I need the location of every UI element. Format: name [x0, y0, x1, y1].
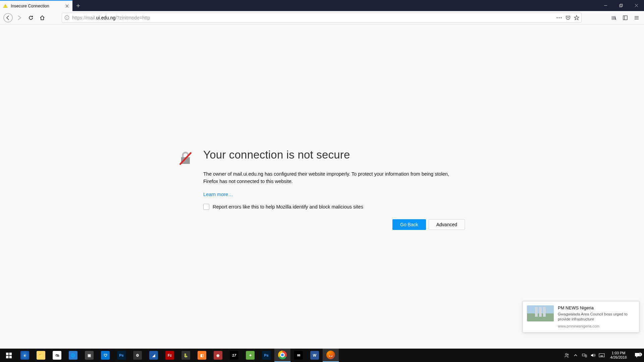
- svg-rect-7: [66, 16, 67, 17]
- url-path: /?zinitmode=http: [115, 15, 150, 20]
- taskbar-app-filezilla[interactable]: Fz: [162, 349, 178, 362]
- taskbar-app-mail[interactable]: ✉: [290, 349, 307, 362]
- tray-overflow-icon[interactable]: [572, 349, 580, 362]
- taskbar-app-firefox[interactable]: 🦊: [323, 349, 339, 362]
- urlbar-actions: [556, 15, 579, 20]
- site-info-icon[interactable]: [64, 15, 69, 20]
- reload-button[interactable]: [25, 12, 36, 23]
- notification-source: www.pmnewsnigeria.com: [558, 324, 635, 328]
- svg-rect-2: [620, 5, 622, 7]
- window-maximize-button[interactable]: [613, 0, 629, 11]
- tray-people-icon[interactable]: [563, 349, 571, 362]
- svg-rect-18: [9, 356, 12, 358]
- svg-rect-6: [66, 17, 67, 19]
- svg-rect-23: [599, 354, 604, 357]
- insecure-connection-panel: Your connection is not secure The owner …: [178, 148, 466, 230]
- report-errors-row: Report errors like this to help Mozilla …: [203, 204, 466, 210]
- learn-more-link[interactable]: Learn more…: [203, 192, 233, 197]
- taskbar-app-browser[interactable]: 🌐: [65, 349, 81, 362]
- notification-toast[interactable]: PM NEWS Nigeria Gwagwalada Area Council …: [523, 301, 639, 333]
- svg-rect-15: [6, 353, 9, 355]
- browser-tab-active[interactable]: Insecure Connection: [0, 0, 72, 11]
- start-button[interactable]: [1, 349, 17, 362]
- tray-keyboard-icon[interactable]: [598, 349, 606, 362]
- svg-point-19: [566, 354, 567, 355]
- sidebar-icon[interactable]: [621, 13, 630, 22]
- taskbar-app-wireshark[interactable]: ◢: [146, 349, 162, 362]
- taskbar-app-chrome[interactable]: [274, 349, 290, 362]
- report-errors-label: Report errors like this to help Mozilla …: [213, 204, 363, 209]
- taskbar-app-17[interactable]: 17: [226, 349, 242, 362]
- taskbar-app-word[interactable]: W: [307, 349, 323, 362]
- toolbar-right: [609, 13, 641, 22]
- forward-button[interactable]: [14, 12, 25, 23]
- svg-point-20: [567, 354, 569, 355]
- svg-point-9: [559, 17, 560, 18]
- tray-time: 1:03 PM: [612, 351, 626, 355]
- tray-date: 4/26/2018: [610, 355, 627, 360]
- notification-body: PM NEWS Nigeria Gwagwalada Area Council …: [558, 305, 635, 328]
- svg-rect-16: [9, 353, 12, 355]
- page-actions-icon[interactable]: [556, 15, 562, 20]
- tray-action-center-icon[interactable]: 1: [631, 352, 643, 358]
- warning-icon: [3, 3, 8, 9]
- svg-rect-21: [582, 354, 585, 356]
- library-icon[interactable]: [609, 13, 619, 22]
- svg-rect-11: [623, 16, 627, 20]
- taskbar-app-xampp[interactable]: ◧: [194, 349, 210, 362]
- taskbar-app-store[interactable]: 🛍: [49, 349, 65, 362]
- notification-thumbnail: [527, 305, 554, 321]
- tabstrip-spacer: [84, 0, 598, 11]
- notification-title: PM NEWS Nigeria: [558, 305, 635, 310]
- windows-taskbar: e 📁 🛍 🌐 ▣ 🛡 Ps ⚙ ◢ Fz 🐍 ◧ ◉ 17 ✦ Ps ✉ W …: [0, 349, 644, 362]
- svg-point-8: [557, 17, 558, 18]
- taskbar-app-generic2[interactable]: ✦: [242, 349, 258, 362]
- notification-description: Gwagwalada Area Council boss urged to pr…: [558, 312, 635, 322]
- browser-tabstrip: Insecure Connection: [0, 0, 644, 11]
- tray-notification-badge: 1: [638, 353, 642, 356]
- back-button[interactable]: [3, 12, 13, 23]
- error-button-row: Go Back Advanced: [203, 219, 465, 230]
- window-minimize-button[interactable]: [598, 0, 613, 11]
- error-description: The owner of mail.ui.edu.ng has configur…: [203, 171, 465, 185]
- svg-rect-3: [620, 4, 623, 6]
- svg-rect-1: [5, 7, 5, 7]
- advanced-button[interactable]: Advanced: [429, 219, 465, 230]
- tray-clock[interactable]: 1:03 PM 4/26/2018: [606, 351, 631, 360]
- window-close-button[interactable]: [629, 0, 644, 11]
- tab-close-icon[interactable]: [64, 3, 70, 9]
- taskbar-app-security[interactable]: 🛡: [97, 349, 113, 362]
- svg-point-4: [4, 13, 12, 22]
- pocket-icon[interactable]: [565, 15, 571, 20]
- tab-title: Insecure Connection: [11, 4, 62, 8]
- new-tab-button[interactable]: [72, 0, 84, 11]
- taskbar-app-services[interactable]: ⚙: [129, 349, 146, 362]
- svg-rect-17: [6, 356, 9, 358]
- url-proto: https://mail.: [72, 15, 96, 20]
- taskbar-apps: e 📁 🛍 🌐 ▣ 🛡 Ps ⚙ ◢ Fz 🐍 ◧ ◉ 17 ✦ Ps ✉ W …: [0, 349, 339, 362]
- taskbar-app-photoshop2[interactable]: Ps: [258, 349, 274, 362]
- taskbar-app-edge[interactable]: e: [17, 349, 33, 362]
- taskbar-app-explorer[interactable]: 📁: [33, 349, 49, 362]
- taskbar-app-obs[interactable]: ▣: [81, 349, 97, 362]
- error-body: Your connection is not secure The owner …: [203, 148, 466, 230]
- taskbar-app-python[interactable]: 🐍: [178, 349, 194, 362]
- tray-volume-icon[interactable]: [589, 349, 597, 362]
- taskbar-app-generic1[interactable]: ◉: [210, 349, 226, 362]
- url-domain: ui.edu.ng: [96, 15, 116, 20]
- go-back-button[interactable]: Go Back: [392, 219, 426, 230]
- address-bar[interactable]: https://mail.ui.edu.ng/?zinitmode=http: [62, 13, 582, 23]
- insecure-lock-icon: [178, 150, 193, 166]
- browser-toolbar: https://mail.ui.edu.ng/?zinitmode=http: [0, 11, 644, 24]
- svg-point-10: [561, 17, 562, 18]
- error-title: Your connection is not secure: [203, 148, 466, 161]
- report-errors-checkbox[interactable]: [203, 204, 209, 210]
- page-content: Your connection is not secure The owner …: [0, 24, 644, 351]
- tray-network-icon[interactable]: [580, 349, 588, 362]
- taskbar-app-photoshop[interactable]: Ps: [113, 349, 129, 362]
- home-button[interactable]: [37, 12, 48, 23]
- hamburger-menu-icon[interactable]: [632, 13, 641, 22]
- bookmark-star-icon[interactable]: [574, 15, 579, 20]
- svg-rect-0: [5, 5, 5, 6]
- svg-rect-22: [585, 355, 587, 357]
